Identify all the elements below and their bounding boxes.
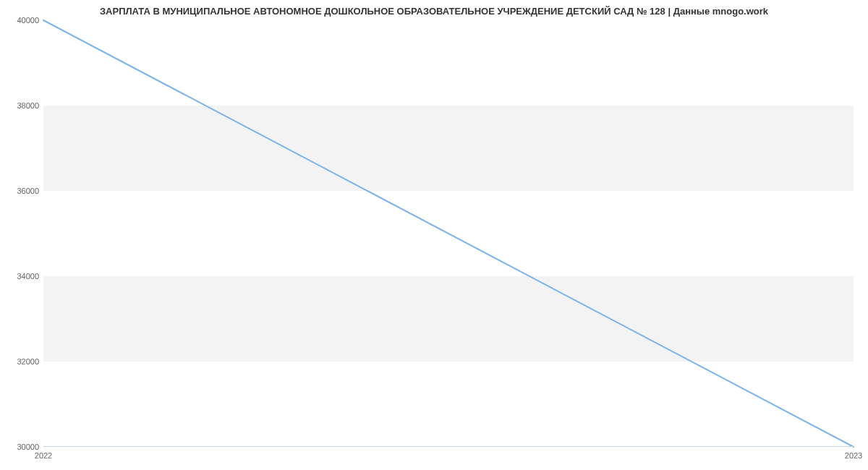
y-tick-label: 34000 bbox=[17, 272, 43, 281]
x-tick-label: 2023 bbox=[845, 447, 862, 460]
y-tick-label: 32000 bbox=[17, 357, 43, 366]
x-axis-line bbox=[43, 446, 854, 447]
plot-area: 30000320003400036000380004000020222023 bbox=[43, 20, 854, 447]
y-tick-label: 38000 bbox=[17, 101, 43, 110]
chart-title: ЗАРПЛАТА В МУНИЦИПАЛЬНОЕ АВТОНОМНОЕ ДОШК… bbox=[0, 6, 868, 17]
line-series bbox=[43, 20, 854, 447]
salary-chart: ЗАРПЛАТА В МУНИЦИПАЛЬНОЕ АВТОНОМНОЕ ДОШК… bbox=[0, 0, 868, 470]
y-tick-label: 36000 bbox=[17, 187, 43, 195]
series-line bbox=[43, 20, 854, 447]
y-tick-label: 40000 bbox=[17, 16, 43, 25]
x-tick-label: 2022 bbox=[35, 447, 52, 460]
